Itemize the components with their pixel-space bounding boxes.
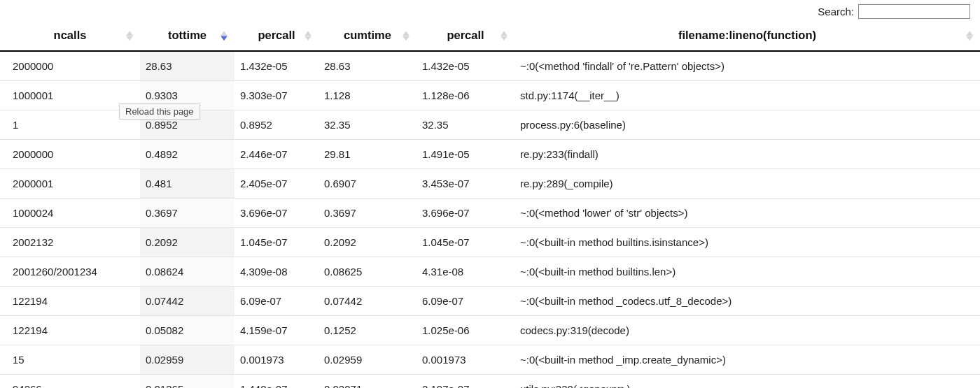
cell-filename: ~:0(<method 'findall' of 're.Pattern' ob… xyxy=(514,51,980,81)
svg-marker-7 xyxy=(402,36,410,41)
svg-marker-8 xyxy=(500,31,507,36)
cell-ncalls: 2002132 xyxy=(0,228,140,257)
cell-percall: 2.446e-07 xyxy=(234,140,318,169)
svg-marker-11 xyxy=(966,36,973,41)
cell-percall: 1.025e-06 xyxy=(416,316,514,345)
sort-icon xyxy=(402,31,410,41)
cell-filename: codecs.py:319(decode) xyxy=(514,316,980,345)
cell-percall: 32.35 xyxy=(416,110,514,140)
table-row: 20021320.20921.045e-070.20921.045e-07~:0… xyxy=(0,228,980,257)
cell-ncalls: 1000024 xyxy=(0,199,140,228)
table-row: 200000028.631.432e-0528.631.432e-05~:0(<… xyxy=(0,51,980,81)
cell-percall: 0.001973 xyxy=(234,345,318,375)
cell-tottime: 0.4892 xyxy=(140,140,234,169)
svg-marker-6 xyxy=(402,31,410,36)
reload-tooltip: Reload this page xyxy=(119,103,200,120)
cell-percall: 6.09e-07 xyxy=(416,287,514,316)
cell-percall: 3.696e-07 xyxy=(416,199,514,228)
table-row: 150.029590.0019730.029590.001973~:0(<bui… xyxy=(0,345,980,375)
cell-percall: 1.432e-05 xyxy=(234,51,318,81)
table-row: 2001260/20012340.086244.309e-080.086254.… xyxy=(0,257,980,287)
cell-filename: ~:0(<built-in method _codecs.utf_8_decod… xyxy=(514,287,980,316)
cell-percall: 4.31e-08 xyxy=(416,257,514,287)
table-row: 20000000.48922.446e-0729.811.491e-05re.p… xyxy=(0,140,980,169)
cell-filename: utils.py:330(<genexpr>) xyxy=(514,375,980,389)
cell-filename: ~:0(<built-in method _imp.create_dynamic… xyxy=(514,345,980,375)
cell-cumtime: 0.08625 xyxy=(318,257,416,287)
col-header-tottime[interactable]: tottime xyxy=(140,22,234,51)
cell-ncalls: 94266 xyxy=(0,375,140,389)
sort-icon xyxy=(304,31,312,41)
cell-filename: process.py:6(baseline) xyxy=(514,110,980,140)
cell-percall: 3.453e-07 xyxy=(416,169,514,199)
sort-icon xyxy=(966,31,973,41)
col-header-percall-1[interactable]: percall xyxy=(234,22,318,51)
cell-percall: 0.001973 xyxy=(416,345,514,375)
cell-cumtime: 0.3697 xyxy=(318,199,416,228)
table-body: 200000028.631.432e-0528.631.432e-05~:0(<… xyxy=(0,51,980,388)
svg-marker-2 xyxy=(220,31,227,36)
col-header-label: percall xyxy=(447,29,484,41)
col-header-percall-2[interactable]: percall xyxy=(416,22,514,51)
cell-tottime: 0.481 xyxy=(140,169,234,199)
col-header-ncalls[interactable]: ncalls xyxy=(0,22,140,51)
cell-percall: 4.309e-08 xyxy=(234,257,318,287)
cell-percall: 2.197e-07 xyxy=(416,375,514,389)
cell-ncalls: 15 xyxy=(0,345,140,375)
table-row: 1221940.050824.159e-070.12521.025e-06cod… xyxy=(0,316,980,345)
cell-tottime: 28.63 xyxy=(140,51,234,81)
svg-marker-4 xyxy=(304,31,312,36)
cell-percall: 4.159e-07 xyxy=(234,316,318,345)
cell-tottime: 0.3697 xyxy=(140,199,234,228)
cell-ncalls: 122194 xyxy=(0,316,140,345)
cell-filename: ~:0(<built-in method builtins.isinstance… xyxy=(514,228,980,257)
cell-filename: re.py:289(_compile) xyxy=(514,169,980,199)
sort-icon xyxy=(500,31,507,41)
cell-cumtime: 0.2092 xyxy=(318,228,416,257)
table-row: 942660.013651.448e-070.020712.197e-07uti… xyxy=(0,375,980,389)
cell-percall: 2.405e-07 xyxy=(234,169,318,199)
table-row: 10000240.36973.696e-070.36973.696e-07~:0… xyxy=(0,199,980,228)
cell-cumtime: 0.1252 xyxy=(318,316,416,345)
cell-percall: 1.448e-07 xyxy=(234,375,318,389)
cell-cumtime: 0.02071 xyxy=(318,375,416,389)
col-header-cumtime[interactable]: cumtime xyxy=(318,22,416,51)
cell-cumtime: 28.63 xyxy=(318,51,416,81)
search-label: Search: xyxy=(818,6,854,17)
search-input[interactable] xyxy=(858,4,970,19)
cell-cumtime: 0.6907 xyxy=(318,169,416,199)
cell-filename: ~:0(<method 'lower' of 'str' objects>) xyxy=(514,199,980,228)
svg-marker-5 xyxy=(304,36,312,41)
cell-tottime: 0.2092 xyxy=(140,228,234,257)
col-header-label: percall xyxy=(258,29,295,41)
cell-cumtime: 0.02959 xyxy=(318,345,416,375)
cell-percall: 6.09e-07 xyxy=(234,287,318,316)
svg-marker-3 xyxy=(220,36,227,41)
sort-icon xyxy=(126,31,133,41)
cell-percall: 1.491e-05 xyxy=(416,140,514,169)
cell-ncalls: 2000001 xyxy=(0,169,140,199)
cell-tottime: 0.01365 xyxy=(140,375,234,389)
col-header-label: ncalls xyxy=(54,29,87,41)
cell-cumtime: 0.07442 xyxy=(318,287,416,316)
cell-percall: 9.303e-07 xyxy=(234,81,318,110)
cell-ncalls: 2001260/2001234 xyxy=(0,257,140,287)
cell-percall: 3.696e-07 xyxy=(234,199,318,228)
cell-percall: 1.045e-07 xyxy=(416,228,514,257)
svg-marker-10 xyxy=(966,31,973,36)
cell-cumtime: 29.81 xyxy=(318,140,416,169)
cell-cumtime: 32.35 xyxy=(318,110,416,140)
cell-tottime: 0.08624 xyxy=(140,257,234,287)
svg-marker-0 xyxy=(126,31,133,36)
cell-tottime: 0.07442 xyxy=(140,287,234,316)
col-header-label: cumtime xyxy=(344,29,391,41)
cell-filename: std.py:1174(__iter__) xyxy=(514,81,980,110)
cell-ncalls: 2000000 xyxy=(0,140,140,169)
cell-ncalls: 2000000 xyxy=(0,51,140,81)
cell-cumtime: 1.128 xyxy=(318,81,416,110)
cell-percall: 1.128e-06 xyxy=(416,81,514,110)
search-bar: Search: xyxy=(0,0,980,22)
cell-filename: ~:0(<built-in method builtins.len>) xyxy=(514,257,980,287)
col-header-filename[interactable]: filename:lineno(function) xyxy=(514,22,980,51)
table-row: 1221940.074426.09e-070.074426.09e-07~:0(… xyxy=(0,287,980,316)
